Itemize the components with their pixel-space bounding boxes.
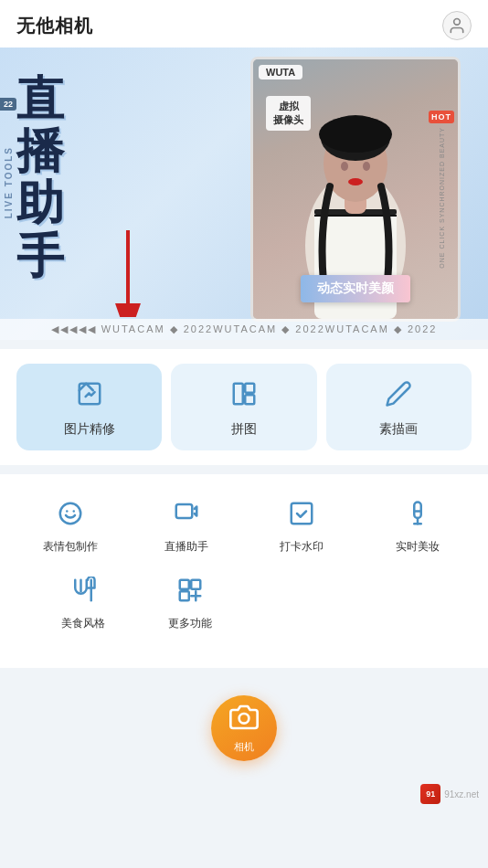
banner: 22 LIVE TOOLS 直 播 助 手 <box>0 48 488 340</box>
icon-beauty-makeup[interactable]: 实时美妆 <box>364 489 472 562</box>
banner-number: 22 <box>0 98 16 111</box>
image-edit-icon <box>76 380 103 414</box>
svg-point-10 <box>363 162 370 171</box>
svg-point-19 <box>66 510 69 513</box>
hot-vertical: HOT ONE CLICK SYNCHRONIZED BEAUTY <box>432 59 451 319</box>
hot-subtext: ONE CLICK SYNCHRONIZED BEAUTY <box>439 127 445 269</box>
card-collage[interactable]: 拼图 <box>171 364 316 450</box>
svg-rect-25 <box>192 580 201 589</box>
card-sketch[interactable]: 素描画 <box>326 364 472 450</box>
main-content: 图片精修 拼图 <box>0 340 488 668</box>
more-features-icon <box>176 577 204 610</box>
hot-badge: HOT <box>429 111 454 123</box>
svg-rect-16 <box>245 384 254 393</box>
small-icons-grid-2: 美食风格 更多功能 <box>16 562 472 653</box>
svg-point-9 <box>341 162 348 171</box>
svg-rect-24 <box>180 580 189 589</box>
icon-food-style[interactable]: 美食风格 <box>33 566 133 639</box>
beauty-makeup-icon <box>404 500 431 534</box>
svg-point-18 <box>60 503 81 524</box>
svg-point-0 <box>454 19 461 26</box>
user-avatar[interactable] <box>442 11 472 40</box>
card-image-edit-label: 图片精修 <box>64 421 115 438</box>
banner-left-text: LIVE TOOLS 直 播 助 手 <box>16 73 68 282</box>
svg-point-27 <box>239 714 249 724</box>
banner-photo: WUTA 虚拟 摄像头 动态实时美颜 HOT ONE CLICK SYNCHRO… <box>250 57 461 322</box>
svg-point-11 <box>348 178 363 185</box>
svg-rect-22 <box>292 503 313 524</box>
camera-icon <box>229 703 259 738</box>
icon-more-features[interactable]: 更多功能 <box>141 566 241 639</box>
checkin-watermark-icon <box>288 500 315 534</box>
banner-zh-text: 直 播 助 手 <box>16 73 68 282</box>
emoji-make-label: 表情包制作 <box>43 539 98 555</box>
emoji-make-icon <box>57 500 84 534</box>
live-help-label: 直播助手 <box>164 539 208 555</box>
app-title: 无他相机 <box>16 14 93 38</box>
icon-live-help[interactable]: 直播助手 <box>133 489 241 562</box>
card-image-edit[interactable]: 图片精修 <box>16 364 162 450</box>
card-sketch-label: 素描画 <box>379 421 418 438</box>
live-help-icon <box>173 500 200 534</box>
svg-rect-21 <box>176 504 193 518</box>
icon-checkin-watermark[interactable]: 打卡水印 <box>248 489 356 562</box>
small-icons-section-1: 表情包制作 直播助手 <box>0 474 488 668</box>
camera-label: 相机 <box>234 740 254 754</box>
big-cards-grid: 图片精修 拼图 <box>16 364 472 450</box>
svg-rect-15 <box>234 384 243 405</box>
collage-icon <box>230 380 258 414</box>
sketch-icon <box>385 380 412 414</box>
beauty-tag: 动态实时美颜 <box>301 275 410 302</box>
svg-point-20 <box>73 510 76 513</box>
big-cards-section: 图片精修 拼图 <box>0 349 488 465</box>
more-features-label: 更多功能 <box>168 616 212 631</box>
checkin-watermark-label: 打卡水印 <box>280 539 324 555</box>
card-collage-label: 拼图 <box>231 421 257 438</box>
svg-rect-26 <box>180 591 189 600</box>
red-arrow <box>101 226 164 321</box>
wuta-tag: WUTA <box>259 65 302 79</box>
food-style-label: 美食风格 <box>61 616 105 631</box>
banner-scroll-text: ◀◀◀◀◀ WUTACAM ◆ 2022WUTACAM ◆ 2022WUTACA… <box>0 319 488 340</box>
svg-rect-17 <box>245 395 254 404</box>
camera-section: 相机 <box>0 677 488 779</box>
bottom-watermark: 91 91xz.net <box>0 779 488 809</box>
food-style-icon <box>69 577 97 610</box>
camera-button[interactable]: 相机 <box>211 695 277 761</box>
virtual-cam-tag: 虚拟 摄像头 <box>266 96 311 131</box>
watermark-logo: 91 <box>420 784 440 804</box>
icon-emoji-make[interactable]: 表情包制作 <box>16 489 125 562</box>
watermark-text: 91xz.net <box>444 789 479 799</box>
live-tools-label: LIVE TOOLS <box>4 146 14 218</box>
svg-point-8 <box>319 116 392 153</box>
app-header: 无他相机 <box>0 0 488 48</box>
small-icons-grid-1: 表情包制作 直播助手 <box>16 489 472 562</box>
beauty-makeup-label: 实时美妆 <box>396 539 440 555</box>
